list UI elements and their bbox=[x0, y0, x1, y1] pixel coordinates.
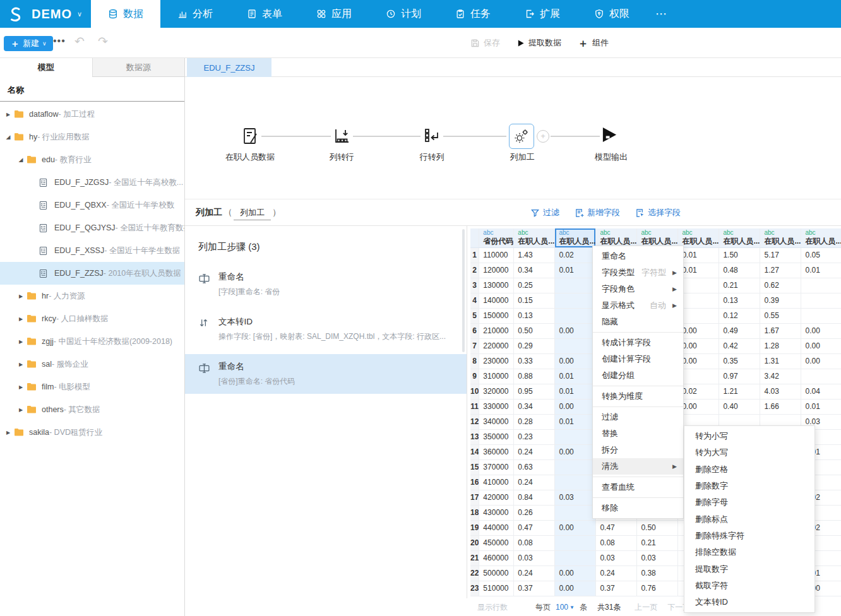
menu-item-重命名[interactable]: 重命名 bbox=[593, 248, 683, 264]
tree-item-sakila[interactable]: ▶sakila - DVD租赁行业 bbox=[0, 421, 184, 444]
submenu-item-删除数字[interactable]: 删除数字 bbox=[684, 478, 814, 494]
nav-tab-form[interactable]: 表单 bbox=[230, 0, 299, 28]
nav-tab-analysis[interactable]: 分析 bbox=[160, 0, 230, 28]
submenu-item-转为大写[interactable]: 转为大写 bbox=[684, 444, 814, 461]
tree-expand-icon[interactable]: ▶ bbox=[4, 112, 13, 117]
column-header-5[interactable]: abc在职人员... bbox=[637, 228, 678, 247]
nav-tab-permission[interactable]: 权限 bbox=[577, 0, 647, 28]
menu-item-创建分组[interactable]: 创建分组 bbox=[593, 367, 683, 384]
section-name-input[interactable]: 列加工 bbox=[234, 207, 271, 220]
submenu-item-删除字母[interactable]: 删除字母 bbox=[684, 494, 814, 511]
tree-item-EDU_F_XSSJ[interactable]: EDU_F_XSSJ - 全国近十年学生数据 bbox=[0, 239, 184, 262]
flow-node-模型输出[interactable] bbox=[601, 126, 621, 146]
submenu-item-排除空数据[interactable]: 排除空数据 bbox=[684, 544, 814, 560]
step-item-3[interactable]: 重命名[省份]重命名: 省份代码 bbox=[185, 354, 467, 394]
sidebar-tab-model[interactable]: 模型 bbox=[0, 58, 92, 77]
menu-item-替换[interactable]: 替换 bbox=[593, 425, 683, 442]
column-header-8[interactable]: abc在职人员... bbox=[760, 228, 801, 247]
submenu-item-截取字符[interactable]: 截取字符 bbox=[684, 578, 814, 594]
column-header-2[interactable]: abc在职人员... bbox=[514, 228, 555, 247]
menu-item-转换为维度[interactable]: 转换为维度 bbox=[593, 388, 683, 405]
nav-tab-data[interactable]: 数据 bbox=[91, 0, 160, 28]
nav-tab-plan[interactable]: 计划 bbox=[369, 0, 438, 28]
tree-item-edu[interactable]: ◢edu - 教育行业 bbox=[0, 148, 184, 171]
column-header-9[interactable]: abc在职人员... bbox=[801, 228, 841, 247]
redo-icon[interactable]: ↷ bbox=[98, 34, 108, 49]
tree-item-sal[interactable]: ▶sal - 服饰企业 bbox=[0, 353, 184, 376]
submenu-item-提取数字[interactable]: 提取数字 bbox=[684, 560, 814, 577]
menu-item-字段角色[interactable]: 字段角色▶ bbox=[593, 281, 683, 297]
column-header-1[interactable]: abc省份代码 bbox=[479, 228, 514, 247]
menu-item-过滤[interactable]: 过滤 bbox=[593, 409, 683, 425]
tree-expand-icon[interactable]: ▶ bbox=[16, 293, 25, 299]
tree-item-EDU_F_QBXX[interactable]: EDU_F_QBXX - 全国近十年学校数 bbox=[0, 194, 184, 216]
menu-item-创建计算字段[interactable]: 创建计算字段 bbox=[593, 351, 683, 367]
nav-tab-app[interactable]: 应用 bbox=[299, 0, 369, 28]
tree-item-dataflow[interactable]: ▶dataflow - 加工过程 bbox=[0, 103, 184, 126]
chevron-down-icon[interactable]: ▼ bbox=[570, 605, 575, 610]
tree-expand-icon[interactable]: ▶ bbox=[16, 339, 25, 345]
tree-item-EDU_F_ZZSJ[interactable]: EDU_F_ZZSJ - 2010年在职人员数据 bbox=[0, 262, 184, 285]
tree-collapse-icon[interactable]: ◢ bbox=[4, 134, 13, 140]
save-button[interactable]: 保存 bbox=[470, 37, 500, 49]
submenu-item-转为小写[interactable]: 转为小写 bbox=[684, 428, 814, 444]
tree-item-rkcy[interactable]: ▶rkcy - 人口抽样数据 bbox=[0, 307, 184, 330]
tree-item-hy[interactable]: ◢hy - 行业应用数据 bbox=[0, 126, 184, 148]
tree-expand-icon[interactable]: ▶ bbox=[16, 407, 25, 413]
brand-logo-icon bbox=[6, 4, 25, 23]
menu-item-清洗[interactable]: 清洗▶ bbox=[593, 458, 683, 475]
flow-node-行转列[interactable] bbox=[422, 126, 442, 146]
tree-item-zgjj[interactable]: ▶zgjj - 中国近十年经济数据(2009-2018) bbox=[0, 330, 184, 353]
page-size-select[interactable]: 100 bbox=[556, 603, 568, 612]
tree-item-EDU_F_QGJYSJ[interactable]: EDU_F_QGJYSJ - 全国近十年教育数据 bbox=[0, 216, 184, 239]
menu-item-显示格式[interactable]: 显示格式自动▶ bbox=[593, 297, 683, 314]
component-button[interactable]: ＋ 组件 bbox=[578, 36, 609, 50]
column-header-4[interactable]: abc在职人员... bbox=[596, 228, 637, 247]
menu-item-移除[interactable]: 移除 bbox=[593, 500, 683, 516]
document-tab[interactable]: EDU_F_ZZSJ bbox=[187, 58, 271, 77]
过滤-button[interactable]: 过滤 bbox=[530, 207, 559, 218]
brand[interactable]: DEMO ∨ bbox=[0, 0, 91, 28]
tree-item-film[interactable]: ▶film - 电影模型 bbox=[0, 376, 184, 398]
column-type-label: abc bbox=[805, 229, 841, 237]
menu-item-隐藏[interactable]: 隐藏 bbox=[593, 314, 683, 330]
nav-more-button[interactable]: ⋯ bbox=[647, 0, 677, 28]
menu-item-转成计算字段[interactable]: 转成计算字段 bbox=[593, 335, 683, 351]
flow-add-node-button[interactable]: + bbox=[537, 130, 549, 143]
flow-node-在职人员数据[interactable] bbox=[240, 126, 260, 146]
menu-item-查看血统[interactable]: 查看血统 bbox=[593, 479, 683, 495]
submenu-item-删除空格[interactable]: 删除空格 bbox=[684, 461, 814, 478]
toolbar-more-button[interactable]: ••• bbox=[53, 35, 66, 47]
tree-item-EDU_F_JZGSJ[interactable]: EDU_F_JZGSJ - 全国近十年高校教... bbox=[0, 171, 184, 194]
step-item-1[interactable]: 重命名[字段]重命名: 省份 bbox=[185, 264, 467, 304]
flow-node-列转行[interactable] bbox=[331, 126, 352, 146]
tree-expand-icon[interactable]: ▶ bbox=[16, 316, 25, 322]
tree-collapse-icon[interactable]: ◢ bbox=[16, 157, 25, 163]
sidebar-tab-datasource[interactable]: 数据源 bbox=[92, 58, 185, 76]
tree-expand-icon[interactable]: ▶ bbox=[4, 430, 13, 435]
tree-item-name: rkcy bbox=[42, 314, 56, 323]
nav-tab-task[interactable]: 任务 bbox=[438, 0, 508, 28]
tree-expand-icon[interactable]: ▶ bbox=[16, 384, 25, 390]
tree-item-hr[interactable]: ▶hr - 人力资源 bbox=[0, 285, 184, 307]
column-header-3[interactable]: abc在职人员... bbox=[555, 228, 596, 247]
新增字段-button[interactable]: 新增字段 bbox=[575, 207, 620, 218]
nav-tab-extension[interactable]: 扩展 bbox=[508, 0, 577, 28]
menu-item-拆分[interactable]: 拆分 bbox=[593, 442, 683, 458]
tree-item-others[interactable]: ▶others - 其它数据 bbox=[0, 398, 184, 421]
submenu-item-删除特殊字符[interactable]: 删除特殊字符 bbox=[684, 528, 814, 544]
undo-icon[interactable]: ↶ bbox=[75, 34, 85, 49]
submenu-item-文本转ID[interactable]: 文本转ID bbox=[684, 594, 814, 610]
extract-data-button[interactable]: 提取数据 bbox=[516, 37, 561, 49]
submenu-item-删除标点[interactable]: 删除标点 bbox=[684, 511, 814, 527]
new-button[interactable]: ＋ 新建 ∨ bbox=[4, 36, 53, 51]
选择字段-button[interactable]: 选择字段 bbox=[635, 207, 681, 218]
flow-node-列加工[interactable] bbox=[509, 124, 534, 149]
tree-expand-icon[interactable]: ▶ bbox=[16, 362, 25, 367]
column-header-7[interactable]: abc在职人员... bbox=[719, 228, 760, 247]
step-item-2[interactable]: 文本转ID操作字段: [省份]，映射表: SAL_DIM_XZQH.tbl，文本… bbox=[185, 309, 467, 349]
column-header-6[interactable]: abc在职人员... bbox=[678, 228, 719, 247]
scrollbar-thumb[interactable] bbox=[462, 229, 465, 352]
menu-item-字段类型[interactable]: 字段类型字符型▶ bbox=[593, 264, 683, 281]
prev-page-button[interactable]: 上一页 bbox=[635, 602, 657, 613]
